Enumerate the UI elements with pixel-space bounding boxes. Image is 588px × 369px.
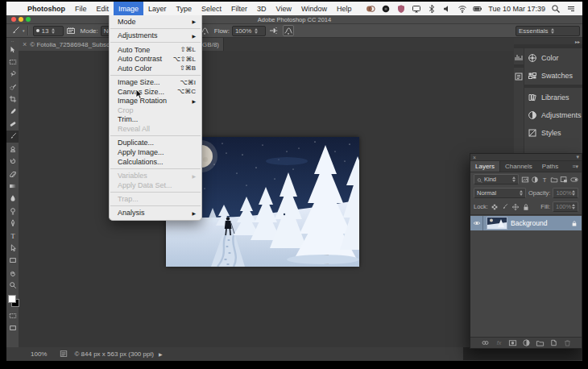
- panel-icon-histogram[interactable]: [514, 50, 524, 64]
- airbrush-icon[interactable]: [268, 26, 278, 35]
- menubar-item-help[interactable]: Help: [332, 2, 357, 15]
- brush-tool-icon[interactable]: [10, 26, 20, 35]
- menubar-item-select[interactable]: Select: [197, 2, 226, 15]
- menu-item-trim[interactable]: Trim...: [110, 115, 201, 125]
- filter-image-icon[interactable]: [521, 176, 529, 184]
- wifi-icon[interactable]: [458, 4, 467, 14]
- filter-smart-icon[interactable]: [560, 176, 568, 184]
- zoom-level-field[interactable]: 100%: [31, 350, 47, 358]
- layer-thumbnail[interactable]: [487, 217, 507, 230]
- tool-brush[interactable]: [6, 131, 19, 143]
- menu-item-adjustments[interactable]: Adjustments▶: [110, 31, 201, 40]
- layer-mask-icon[interactable]: [508, 338, 517, 347]
- menu-item-calculations[interactable]: Calculations...: [110, 157, 201, 167]
- flow-select[interactable]: 100%: [232, 26, 266, 36]
- menu-item-mode[interactable]: Mode▶: [110, 17, 201, 27]
- link-layers-icon[interactable]: [481, 338, 490, 347]
- layer-visibility-eye-icon[interactable]: [470, 216, 483, 230]
- layers-tab-paths[interactable]: Paths: [537, 161, 563, 172]
- layers-tab-layers[interactable]: Layers: [470, 161, 500, 172]
- foreground-color-swatch[interactable]: [8, 295, 16, 303]
- tool-gradient[interactable]: [6, 180, 19, 192]
- tool-blur[interactable]: [6, 193, 19, 205]
- panel-button-color[interactable]: Color: [524, 49, 582, 67]
- volume-icon[interactable]: [442, 4, 452, 14]
- workspace-select[interactable]: Essentials: [516, 26, 580, 36]
- delete-layer-icon[interactable]: [563, 338, 572, 347]
- lock-move-icon[interactable]: [511, 203, 520, 211]
- tool-preset-arrow-icon[interactable]: ▾: [23, 28, 25, 33]
- menubar-clock[interactable]: Tue 10 Mar 17:39: [488, 5, 545, 13]
- tool-clone-stamp[interactable]: [6, 143, 19, 155]
- menu-item-auto-color[interactable]: Auto Color⇧⌘B: [110, 64, 201, 73]
- layer-row-background[interactable]: Background: [470, 216, 582, 230]
- menubar-item-type[interactable]: Type: [172, 2, 197, 15]
- menu-item-image-rotation[interactable]: Image Rotation▶: [110, 97, 201, 106]
- layers-tab-channels[interactable]: Channels: [500, 161, 537, 172]
- tool-eraser[interactable]: [6, 168, 19, 180]
- toggle-brush-panel-icon[interactable]: [66, 26, 76, 35]
- filter-folder-icon[interactable]: [550, 176, 558, 184]
- menu-item-analysis[interactable]: Analysis▶: [110, 209, 201, 218]
- window-titlebar[interactable]: Adobe Photoshop CC 2014: [6, 15, 582, 24]
- menubar-item-view[interactable]: View: [271, 2, 296, 15]
- tool-path-selection[interactable]: [6, 242, 19, 254]
- tool-zoom[interactable]: [6, 279, 19, 291]
- tool-rect-marquee[interactable]: [6, 56, 19, 68]
- tools-grip-dots[interactable]: ‥: [6, 38, 19, 44]
- menu-item-image-size[interactable]: Image Size...⌥⌘I: [110, 77, 201, 87]
- layer-group-icon[interactable]: [536, 338, 545, 347]
- notification-list-icon[interactable]: [566, 4, 576, 14]
- tool-healing-brush[interactable]: [6, 118, 19, 130]
- opacity-select[interactable]: 100%: [553, 188, 578, 198]
- collapse-panels-icon[interactable]: ▸▸: [514, 38, 582, 45]
- panel-button-swatches[interactable]: Swatches: [524, 67, 582, 85]
- filter-kind-select[interactable]: Kind: [474, 174, 519, 184]
- menubar-item-filter[interactable]: Filter: [226, 2, 252, 15]
- panel-close-icon[interactable]: ×: [473, 155, 476, 160]
- menu-item-auto-contrast[interactable]: Auto Contrast⌥⇧⌘L: [110, 54, 201, 64]
- doc-info-icon[interactable]: [60, 350, 68, 358]
- tool-quick-mask[interactable]: [6, 309, 19, 321]
- panel-collapse-icon[interactable]: ▾: [576, 154, 579, 160]
- menu-item-auto-tone[interactable]: Auto Tone⇧⌘L: [110, 45, 201, 55]
- status-menu-arrow-icon[interactable]: ▶: [159, 351, 163, 357]
- panel-menu-icon[interactable]: ≡▾: [572, 161, 582, 172]
- menubar-item-window[interactable]: Window: [296, 2, 332, 15]
- tool-quick-selection[interactable]: [6, 81, 19, 93]
- lock-transparent-icon[interactable]: [491, 203, 499, 211]
- battery-icon[interactable]: [473, 4, 482, 14]
- shield-app-icon[interactable]: [396, 4, 406, 14]
- adjustment-layer-icon[interactable]: [522, 338, 531, 347]
- tool-eyedropper[interactable]: [6, 106, 19, 118]
- menubar-item-3d[interactable]: 3D: [252, 2, 271, 15]
- tool-dodge[interactable]: [6, 205, 19, 217]
- panel-icon-properties[interactable]: [514, 69, 524, 84]
- lock-all-icon[interactable]: [522, 203, 530, 211]
- filter-type-icon[interactable]: T: [540, 176, 549, 184]
- camera-app-icon[interactable]: [366, 4, 375, 14]
- display-icon[interactable]: [412, 4, 421, 14]
- bluetooth-icon[interactable]: [427, 4, 437, 14]
- menu-item-canvas-size[interactable]: Canvas Size...⌥⌘C: [110, 87, 201, 97]
- menubar-item-photoshop[interactable]: Photoshop: [23, 2, 70, 15]
- fill-select[interactable]: 100%: [553, 201, 578, 212]
- pressure-size-icon[interactable]: [283, 25, 294, 36]
- menu-item-duplicate[interactable]: Duplicate...: [110, 139, 201, 148]
- tool-move[interactable]: [6, 44, 19, 56]
- panel-button-libraries[interactable]: Libraries: [524, 89, 582, 106]
- tool-lasso[interactable]: [6, 68, 19, 81]
- filter-adjust-icon[interactable]: [531, 176, 539, 184]
- new-layer-icon[interactable]: [549, 338, 558, 347]
- brush-preset-picker[interactable]: 13: [33, 26, 64, 36]
- tool-type[interactable]: T: [6, 230, 19, 242]
- panel-button-adjustments[interactable]: Adjustments: [524, 106, 582, 124]
- tool-hand[interactable]: [6, 267, 19, 279]
- spotlight-icon[interactable]: [551, 4, 561, 14]
- lock-paint-icon[interactable]: [501, 203, 509, 211]
- menubar-item-image[interactable]: Image: [114, 2, 143, 15]
- menubar-item-edit[interactable]: Edit: [92, 2, 114, 15]
- tab-close-icon[interactable]: ×: [23, 40, 27, 48]
- layer-effects-icon[interactable]: fx: [495, 338, 503, 347]
- panel-button-styles[interactable]: Styles: [524, 124, 582, 142]
